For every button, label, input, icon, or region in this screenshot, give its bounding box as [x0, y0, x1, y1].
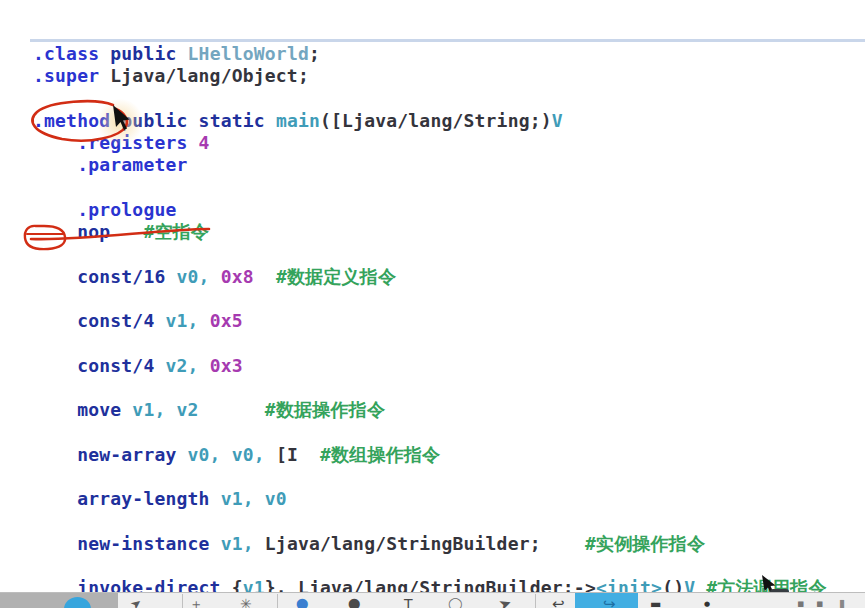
code-line: .method public static main([Ljava/lang/S…	[33, 110, 827, 132]
code-token: LHelloWorld	[188, 43, 309, 64]
code-token	[541, 533, 585, 554]
code-token	[221, 444, 232, 465]
code-token: v2	[177, 399, 199, 420]
code-token: move	[77, 399, 121, 420]
code-token: ([Ljava/lang/String;)	[320, 110, 552, 131]
code-token: const/16	[77, 266, 165, 287]
annotation-toolbar: ➤＋✳⬤⬤T◯➤↩↪▬●▪▪▮	[0, 592, 865, 608]
code-token	[188, 132, 199, 153]
code-token	[154, 355, 165, 376]
code-token: v1,	[165, 310, 198, 331]
tool-c-icon[interactable]: ▮	[839, 596, 845, 608]
code-token	[210, 266, 221, 287]
code-token: v1,	[221, 488, 254, 509]
code-token: v2,	[165, 355, 198, 376]
code-token	[99, 43, 110, 64]
code-line: .parameter	[33, 154, 827, 176]
code-token	[110, 221, 143, 242]
code-token	[254, 488, 265, 509]
code-token: new-instance	[77, 533, 209, 554]
code-token: array-length	[77, 488, 209, 509]
comment-token: #实例操作指令	[585, 533, 705, 554]
code-token	[177, 444, 188, 465]
code-token	[298, 444, 320, 465]
comment-token: #空指令	[143, 221, 209, 242]
code-token: main	[276, 110, 320, 131]
undo-icon[interactable]: ↩	[552, 596, 565, 608]
code-token	[33, 444, 77, 465]
toolbar-divider	[182, 594, 183, 608]
pen-plus-icon[interactable]: ＋	[189, 596, 203, 608]
code-token: v0,	[232, 444, 265, 465]
code-line	[33, 377, 827, 399]
select-arrow-icon[interactable]: ➤	[127, 594, 145, 608]
code-token: 0x3	[210, 355, 243, 376]
code-token: V	[552, 110, 563, 131]
code-token	[199, 399, 265, 420]
code-token	[210, 488, 221, 509]
redo-button[interactable]: ↪	[575, 593, 638, 608]
code-line	[33, 421, 827, 443]
code-line	[33, 88, 827, 110]
marker-blue-icon[interactable]: ⬤	[296, 596, 308, 608]
arrow-tool-icon[interactable]: ➤	[497, 594, 514, 608]
code-editor[interactable]: .class public LHelloWorld;.super Ljava/l…	[33, 43, 827, 599]
code-line: nop #空指令	[33, 221, 827, 243]
code-token: .parameter	[77, 154, 187, 175]
code-line	[33, 243, 827, 265]
code-token: v1,	[132, 399, 165, 420]
comment-token: #数据定义指令	[276, 266, 396, 287]
spray-icon[interactable]: ✳	[240, 596, 252, 608]
code-token: 4	[199, 132, 210, 153]
code-token: const/4	[77, 310, 154, 331]
text-tool-icon[interactable]: T	[404, 596, 413, 608]
code-line: .registers 4	[33, 132, 827, 154]
code-line	[33, 288, 827, 310]
comment-token: #数组操作指令	[320, 444, 440, 465]
code-token	[33, 355, 77, 376]
code-line	[33, 466, 827, 488]
toolbar-divider	[277, 594, 278, 608]
code-line	[33, 555, 827, 577]
code-token	[254, 266, 276, 287]
code-token: v0	[265, 488, 287, 509]
redo-button-icon: ↪	[603, 596, 616, 608]
code-token: public	[121, 110, 187, 131]
code-token: ;	[309, 43, 320, 64]
screen: .class public LHelloWorld;.super Ljava/l…	[0, 0, 865, 608]
code-line: .super Ljava/lang/Object;	[33, 65, 827, 87]
toolbar-left-section	[0, 593, 118, 608]
code-line	[33, 510, 827, 532]
code-token: nop	[77, 221, 110, 242]
code-token	[210, 533, 221, 554]
code-token	[99, 65, 110, 86]
code-token: .method	[33, 110, 110, 131]
code-line	[33, 332, 827, 354]
code-line: new-instance v1, Ljava/lang/StringBuilde…	[33, 533, 827, 555]
code-token	[199, 355, 210, 376]
toolbar-divider	[535, 594, 536, 608]
comment-token: #数据操作指令	[265, 399, 385, 420]
eraser-icon[interactable]: ▬	[650, 596, 661, 608]
code-token	[33, 221, 77, 242]
toolbar-tools-section: ➤＋✳⬤⬤T◯➤↩↪▬●▪▪▮	[118, 593, 865, 608]
code-token: static	[199, 110, 265, 131]
marker-dark-icon[interactable]: ⬤	[348, 596, 360, 608]
ellipse-tool-icon[interactable]: ◯	[448, 596, 463, 608]
code-token: Ljava/lang/StringBuilder;	[265, 533, 541, 554]
code-token: .prologue	[77, 199, 176, 220]
code-line: .class public LHelloWorld;	[33, 43, 827, 65]
code-token: v0,	[177, 266, 210, 287]
tool-b-icon[interactable]: ▪	[816, 596, 823, 608]
code-line: array-length v1, v0	[33, 488, 827, 510]
toolbar-pointer-button[interactable]	[64, 597, 91, 608]
code-token	[33, 199, 77, 220]
code-token: [I	[276, 444, 298, 465]
tool-a-icon[interactable]: ▪	[797, 596, 804, 608]
code-token	[33, 310, 77, 331]
code-token	[110, 110, 121, 131]
code-token	[33, 266, 77, 287]
code-token	[265, 110, 276, 131]
code-token	[154, 310, 165, 331]
dot-icon[interactable]: ●	[704, 596, 710, 608]
